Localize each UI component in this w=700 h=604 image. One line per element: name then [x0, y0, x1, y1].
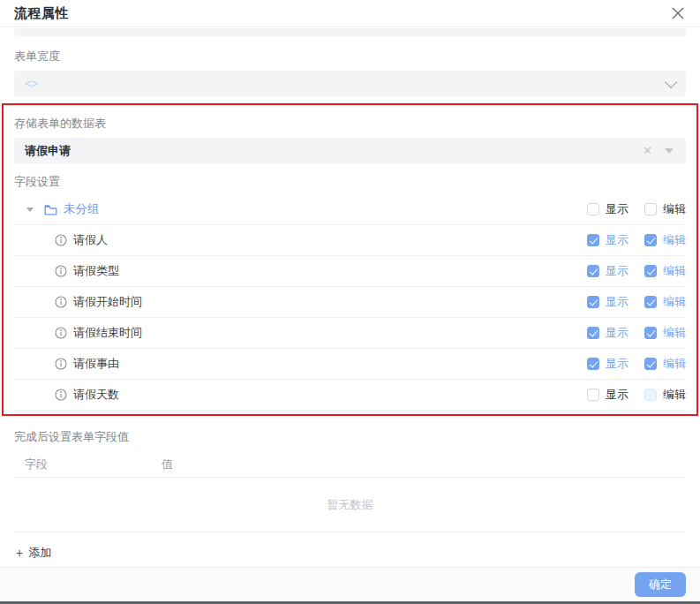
clipped-previous-field	[14, 28, 686, 36]
checkbox-icon	[587, 389, 599, 401]
checkbox-icon	[644, 296, 657, 308]
add-button[interactable]: + 添加	[14, 532, 686, 561]
checkbox-icon	[587, 327, 599, 339]
show-checkbox[interactable]: 显示	[587, 263, 628, 279]
dialog-footer: 确定	[0, 567, 700, 601]
checkbox-label: 编辑	[663, 263, 686, 279]
plus-icon: +	[16, 546, 23, 560]
edit-checkbox[interactable]: 编辑	[644, 294, 686, 310]
checkbox-icon	[644, 389, 657, 401]
form-width-placeholder: <>	[25, 77, 38, 90]
checkbox-label: 显示	[606, 232, 628, 248]
data-table-value: 请假申请	[25, 143, 71, 159]
field-settings-label: 字段设置	[14, 174, 686, 189]
checkbox-label: 编辑	[663, 387, 686, 403]
info-icon	[55, 296, 67, 308]
column-field: 字段	[25, 457, 162, 472]
info-icon	[55, 389, 67, 401]
checkbox-icon	[587, 296, 599, 308]
tree-group-row[interactable]: 未分组 显示 编辑	[14, 194, 686, 225]
field-name: 请假类型	[73, 263, 119, 279]
clear-icon[interactable]: ✕	[643, 145, 652, 156]
checkbox-label: 显示	[606, 356, 628, 372]
group-edit-checkbox[interactable]: 编辑	[644, 201, 686, 217]
edit-checkbox[interactable]: 编辑	[644, 232, 686, 248]
group-show-checkbox[interactable]: 显示	[587, 201, 628, 217]
close-icon[interactable]	[670, 5, 686, 21]
chevron-down-icon	[665, 75, 677, 87]
highlight-annotation-box: 存储表单的数据表 请假申请 ✕ 字段设置 未分组	[2, 103, 698, 416]
info-icon	[55, 358, 67, 370]
checkbox-icon	[587, 358, 599, 370]
empty-text: 暂无数据	[327, 497, 373, 513]
data-table-label: 存储表单的数据表	[14, 116, 686, 131]
edit-checkbox[interactable]: 编辑	[644, 387, 686, 403]
field-row-leave-end: 请假结束时间 显示 编辑	[14, 318, 686, 349]
field-row-leave-reason: 请假事由 显示 编辑	[14, 349, 686, 380]
field-name: 请假开始时间	[73, 294, 142, 310]
field-name: 请假事由	[73, 356, 119, 372]
form-width-label: 表单宽度	[14, 49, 686, 64]
field-value-table-header: 字段 值	[14, 451, 686, 478]
checkbox-label: 显示	[606, 201, 628, 217]
field-row-leave-person: 请假人 显示 编辑	[14, 225, 686, 256]
info-icon	[55, 327, 67, 339]
info-icon	[55, 234, 67, 246]
field-name: 请假人	[73, 232, 108, 248]
checkbox-icon	[644, 327, 657, 339]
checkbox-icon	[644, 203, 657, 215]
edit-checkbox[interactable]: 编辑	[644, 263, 686, 279]
checkbox-label: 编辑	[663, 294, 686, 310]
data-table-select[interactable]: 请假申请 ✕	[14, 138, 686, 163]
caret-down-icon	[665, 148, 674, 154]
checkbox-label: 编辑	[663, 356, 686, 372]
dialog-body: 表单宽度 <> 存储表单的数据表 请假申请 ✕ 字段设置	[0, 27, 700, 567]
group-name: 未分组	[64, 201, 100, 217]
tree-caret-icon[interactable]	[26, 208, 34, 212]
empty-state: 暂无数据	[14, 478, 686, 532]
info-icon	[55, 265, 67, 277]
edit-checkbox[interactable]: 编辑	[644, 356, 686, 372]
checkbox-label: 显示	[606, 325, 628, 341]
checkbox-label: 编辑	[663, 232, 686, 248]
field-row-leave-type: 请假类型 显示 编辑	[14, 256, 686, 287]
show-checkbox[interactable]: 显示	[587, 387, 628, 403]
dialog-title: 流程属性	[14, 5, 69, 22]
checkbox-label: 显示	[606, 263, 628, 279]
checkbox-icon	[587, 203, 599, 215]
field-name: 请假结束时间	[73, 325, 142, 341]
show-checkbox[interactable]: 显示	[587, 325, 628, 341]
folder-icon	[44, 204, 57, 215]
checkbox-icon	[644, 265, 657, 277]
after-complete-label: 完成后设置表单字段值	[14, 429, 686, 444]
field-settings-tree: 未分组 显示 编辑 请假人	[14, 194, 686, 411]
checkbox-icon	[587, 234, 599, 246]
checkbox-label: 显示	[606, 387, 628, 403]
edit-checkbox[interactable]: 编辑	[644, 325, 686, 341]
show-checkbox[interactable]: 显示	[587, 294, 628, 310]
field-name: 请假天数	[73, 387, 119, 403]
show-checkbox[interactable]: 显示	[587, 232, 628, 248]
show-checkbox[interactable]: 显示	[587, 356, 628, 372]
checkbox-icon	[644, 358, 657, 370]
confirm-button[interactable]: 确定	[635, 572, 686, 597]
form-width-select[interactable]: <>	[14, 71, 686, 96]
field-row-leave-days: 请假天数 显示 编辑	[14, 380, 686, 411]
add-label: 添加	[28, 545, 51, 561]
checkbox-icon	[587, 265, 599, 277]
checkbox-label: 编辑	[663, 201, 686, 217]
field-row-leave-start: 请假开始时间 显示 编辑	[14, 287, 686, 318]
column-value: 值	[162, 457, 173, 472]
checkbox-label: 编辑	[663, 325, 686, 341]
process-properties-dialog: 流程属性 表单宽度 <> 存储表单的数据表 请假申请 ✕ 字段设置	[0, 0, 700, 604]
checkbox-label: 显示	[606, 294, 628, 310]
checkbox-icon	[644, 234, 657, 246]
dialog-header: 流程属性	[0, 0, 700, 27]
